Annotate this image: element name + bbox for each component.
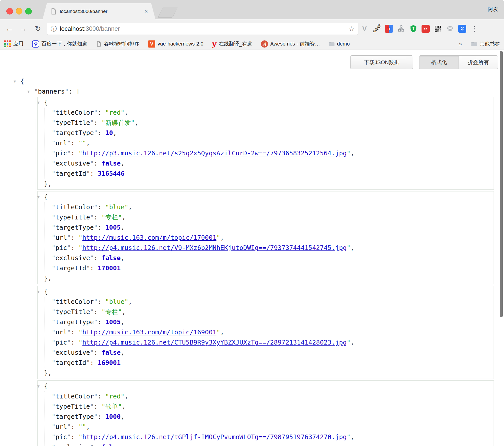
- json-key: typeTitle: [52, 403, 94, 410]
- json-link-value[interactable]: http://p4.music.126.net/tGPljf-IMOCyPvum…: [82, 433, 347, 441]
- close-brace: [44, 180, 52, 187]
- window-close-button[interactable]: [6, 8, 13, 14]
- bookmark-label: vue-hackernews-2.0: [158, 41, 203, 47]
- collapse-icon[interactable]: [35, 192, 41, 202]
- json-string-value: 专栏: [102, 214, 122, 221]
- bookmark-label: Awesomes - 前端资…: [270, 40, 320, 47]
- bookmark-other-folder[interactable]: 其他书签: [471, 40, 500, 47]
- svg-text:T: T: [412, 26, 415, 31]
- json-number-value: 10: [105, 129, 113, 137]
- scrollbar-thumb[interactable]: [500, 51, 503, 317]
- extension-translate[interactable]: ⇄ 英 en: [372, 23, 382, 35]
- json-number-value: 3165446: [98, 170, 124, 177]
- open-brace: [20, 78, 24, 85]
- json-string-value: blue: [105, 203, 128, 211]
- close-brace: [44, 369, 52, 377]
- json-property: exclusivefalse: [52, 442, 494, 446]
- folder-icon: [471, 41, 477, 47]
- page-info-icon[interactable]: ⓘ: [51, 25, 57, 33]
- json-boolean-value: false: [102, 254, 121, 262]
- json-link-value[interactable]: http://p3.music.126.net/s25q2x5QyqsAzilC…: [82, 150, 347, 157]
- collapse-all-button[interactable]: 折叠所有: [459, 56, 498, 69]
- bookmark-vue-hackernews[interactable]: V vue-hackernews-2.0: [148, 40, 203, 48]
- url-text: localhost:3000/banner: [60, 25, 349, 32]
- json-key: typeTitle: [52, 308, 94, 316]
- json-property: urlhttp://music.163.com/m/topic/169001: [52, 327, 494, 337]
- json-property: pichttp://p4.music.126.net/tGPljf-IMOCyP…: [52, 432, 494, 442]
- page-content: 下载JSON数据 格式化 折叠所有 banners titleColorred …: [0, 50, 504, 446]
- bookmark-star-icon[interactable]: ☆: [349, 25, 355, 33]
- tab-close-icon[interactable]: ×: [144, 8, 148, 15]
- json-key: pic: [52, 339, 71, 346]
- bookmarks-overflow-chevron[interactable]: »: [459, 41, 462, 47]
- youdao-y-icon: y: [212, 40, 216, 48]
- open-brace: [44, 382, 48, 390]
- extension-downloader[interactable]: [457, 23, 467, 35]
- fe-icon: FE: [385, 25, 393, 33]
- new-tab-button[interactable]: [158, 7, 178, 18]
- json-key: targetType: [52, 224, 98, 231]
- collapse-icon[interactable]: [35, 97, 41, 108]
- reload-button[interactable]: ↻: [32, 23, 44, 35]
- json-property: titleColorred: [52, 108, 494, 118]
- json-key: exclusive: [52, 443, 94, 446]
- browser-tab[interactable]: localhost:3000/banner ×: [43, 3, 156, 20]
- item-close: [44, 273, 494, 284]
- bookmark-youdao[interactable]: y 在线翻译_有道: [212, 40, 252, 48]
- extension-video-speed[interactable]: [421, 23, 431, 35]
- profile-name[interactable]: 阿发: [488, 6, 498, 13]
- bookmark-folder-demo[interactable]: demo: [329, 41, 350, 47]
- json-key: titleColor: [52, 298, 98, 305]
- json-key: targetType: [52, 129, 98, 137]
- json-array-item: titleColorblue typeTitle专栏 targetType100…: [37, 286, 494, 379]
- extension-qrcode[interactable]: [433, 23, 443, 35]
- forward-button[interactable]: →: [17, 23, 29, 35]
- bookmarks-bar: 应用 百度一下，你就知道 谷歌按时间排序 V vue-hackernews-2.…: [0, 38, 504, 50]
- bookmark-awesomes[interactable]: A Awesomes - 前端资…: [261, 40, 320, 48]
- json-property: url: [52, 422, 494, 432]
- browser-menu-button[interactable]: ⋮: [469, 23, 480, 35]
- json-array-item: titleColorred typeTitle新碟首发 targetType10…: [37, 97, 494, 190]
- window-minimize-button[interactable]: [16, 8, 22, 14]
- bookmark-google-sort[interactable]: 谷歌按时间排序: [96, 40, 139, 47]
- address-bar[interactable]: ⓘ localhost:3000/banner ☆: [47, 23, 358, 35]
- json-property: titleColorblue: [52, 297, 494, 307]
- json-link-value[interactable]: http://p4.music.126.net/CTU5B9R9y3XyYBZX…: [82, 339, 347, 346]
- json-link-value[interactable]: http://music.163.com/m/topic/169001: [82, 329, 216, 336]
- json-string-value: blue: [105, 298, 128, 305]
- window-zoom-button[interactable]: [25, 8, 32, 14]
- collapse-icon[interactable]: [35, 287, 41, 297]
- kebab-menu-icon: ⋮: [471, 25, 478, 33]
- collapse-icon[interactable]: [35, 381, 41, 391]
- json-key: targetType: [52, 413, 98, 420]
- page-favicon-icon: [50, 8, 57, 15]
- vue-v-icon: V: [148, 40, 155, 48]
- extension-tampermonkey[interactable]: T: [408, 23, 418, 35]
- view-mode-group: 格式化 折叠所有: [419, 55, 498, 69]
- format-button[interactable]: 格式化: [419, 56, 459, 69]
- json-key: targetId: [52, 359, 90, 366]
- collapse-icon[interactable]: [12, 76, 18, 86]
- json-number-value: 1000: [105, 413, 121, 420]
- extension-baidu-tieba[interactable]: [445, 23, 455, 35]
- open-brace: [44, 193, 48, 201]
- json-link-value[interactable]: http://music.163.com/m/topic/170001: [82, 234, 216, 241]
- extension-orgchart[interactable]: [396, 23, 406, 35]
- extension-fe[interactable]: FE: [384, 23, 394, 35]
- json-key: exclusive: [52, 160, 94, 167]
- download-json-button[interactable]: 下载JSON数据: [350, 55, 413, 69]
- orgchart-icon: [397, 25, 405, 33]
- shield-icon: T: [409, 25, 417, 33]
- json-string-value: 新碟首发: [102, 119, 135, 126]
- json-string-value: red: [105, 393, 124, 400]
- back-button[interactable]: ←: [4, 23, 15, 35]
- bookmark-apps[interactable]: 应用: [4, 40, 23, 47]
- json-link-value[interactable]: http://p4.music.126.net/V9-MXz6b2MNhEKju…: [82, 244, 347, 251]
- extension-vue-devtools[interactable]: V: [359, 23, 370, 35]
- json-property: targetId170001: [52, 263, 494, 273]
- collapse-icon[interactable]: [25, 86, 32, 97]
- json-number-value: 1005: [105, 318, 121, 326]
- bookmark-baidu[interactable]: 百度一下，你就知道: [32, 40, 87, 48]
- json-key: typeTitle: [52, 214, 94, 221]
- tab-title: localhost:3000/banner: [60, 9, 142, 14]
